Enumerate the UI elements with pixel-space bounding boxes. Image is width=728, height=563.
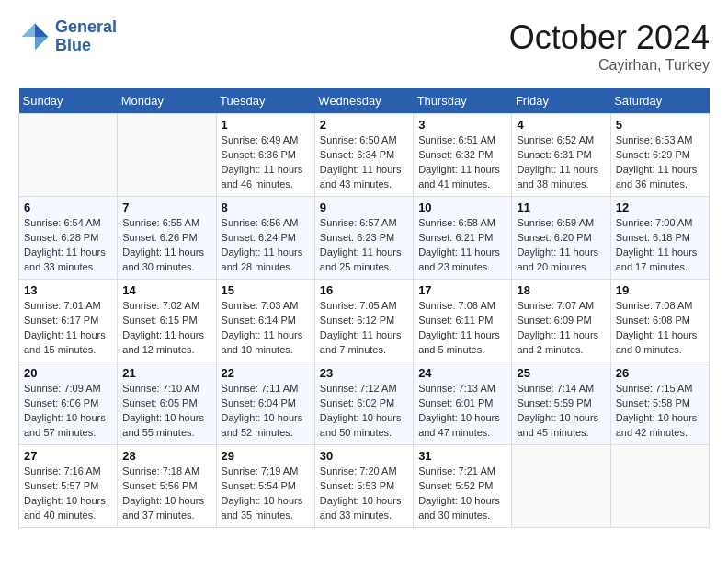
calendar-cell: 1Sunrise: 6:49 AM Sunset: 6:36 PM Daylig… [216, 114, 314, 197]
day-number: 8 [222, 201, 310, 214]
calendar-cell: 12Sunrise: 7:00 AM Sunset: 6:18 PM Dayli… [610, 197, 709, 280]
day-number: 31 [418, 449, 506, 463]
day-info: Sunrise: 7:14 AM Sunset: 5:59 PM Dayligh… [517, 382, 605, 441]
day-info: Sunrise: 6:59 AM Sunset: 6:20 PM Dayligh… [517, 216, 605, 275]
day-number: 11 [517, 201, 605, 214]
svg-marker-0 [35, 23, 48, 36]
logo-text: General Blue [55, 18, 117, 55]
calendar-cell: 23Sunrise: 7:12 AM Sunset: 6:02 PM Dayli… [314, 362, 413, 445]
calendar-cell: 13Sunrise: 7:01 AM Sunset: 6:17 PM Dayli… [19, 280, 118, 362]
calendar-cell: 19Sunrise: 7:08 AM Sunset: 6:08 PM Dayli… [610, 280, 709, 362]
day-number: 22 [222, 366, 310, 380]
calendar-cell: 25Sunrise: 7:14 AM Sunset: 5:59 PM Dayli… [512, 362, 610, 445]
calendar-table: SundayMondayTuesdayWednesdayThursdayFrid… [18, 88, 710, 528]
calendar-cell: 20Sunrise: 7:09 AM Sunset: 6:06 PM Dayli… [19, 362, 118, 445]
calendar-cell: 6Sunrise: 6:54 AM Sunset: 6:28 PM Daylig… [19, 197, 118, 280]
day-number: 30 [320, 449, 408, 463]
day-info: Sunrise: 6:57 AM Sunset: 6:23 PM Dayligh… [320, 216, 408, 275]
day-info: Sunrise: 7:10 AM Sunset: 6:05 PM Dayligh… [122, 382, 210, 441]
day-number: 23 [320, 366, 408, 380]
day-info: Sunrise: 7:06 AM Sunset: 6:11 PM Dayligh… [418, 299, 506, 358]
week-row-3: 13Sunrise: 7:01 AM Sunset: 6:17 PM Dayli… [19, 280, 710, 362]
weekday-header-sunday: Sunday [19, 88, 118, 114]
week-row-1: 1Sunrise: 6:49 AM Sunset: 6:36 PM Daylig… [19, 114, 710, 197]
calendar-cell: 2Sunrise: 6:50 AM Sunset: 6:34 PM Daylig… [314, 114, 413, 197]
day-info: Sunrise: 6:52 AM Sunset: 6:31 PM Dayligh… [517, 133, 605, 192]
day-info: Sunrise: 7:11 AM Sunset: 6:04 PM Dayligh… [222, 382, 310, 441]
day-number: 25 [517, 366, 605, 380]
day-number: 18 [517, 283, 605, 297]
calendar-cell: 5Sunrise: 6:53 AM Sunset: 6:29 PM Daylig… [610, 114, 709, 197]
day-info: Sunrise: 7:18 AM Sunset: 5:56 PM Dayligh… [122, 465, 210, 523]
weekday-header-row: SundayMondayTuesdayWednesdayThursdayFrid… [19, 88, 710, 114]
calendar-cell: 17Sunrise: 7:06 AM Sunset: 6:11 PM Dayli… [414, 280, 512, 362]
page-header: General Blue October 2024 Cayirhan, Turk… [18, 18, 710, 74]
day-number: 13 [24, 283, 112, 297]
day-number: 3 [418, 118, 506, 132]
day-number: 24 [418, 366, 506, 380]
day-info: Sunrise: 6:53 AM Sunset: 6:29 PM Dayligh… [616, 133, 704, 192]
svg-marker-2 [22, 23, 35, 36]
day-info: Sunrise: 6:56 AM Sunset: 6:24 PM Dayligh… [222, 216, 310, 275]
day-number: 21 [122, 366, 210, 380]
day-info: Sunrise: 7:16 AM Sunset: 5:57 PM Dayligh… [24, 465, 112, 523]
day-number: 7 [122, 201, 210, 214]
day-number: 26 [616, 366, 704, 380]
day-number: 6 [24, 201, 112, 214]
calendar-cell: 28Sunrise: 7:18 AM Sunset: 5:56 PM Dayli… [118, 445, 216, 528]
title-block: October 2024 Cayirhan, Turkey [509, 18, 710, 74]
logo-line2: Blue [55, 36, 91, 54]
weekday-header-monday: Monday [118, 88, 216, 114]
logo-line1: General [55, 17, 117, 36]
week-row-2: 6Sunrise: 6:54 AM Sunset: 6:28 PM Daylig… [19, 197, 710, 280]
logo-icon [18, 20, 51, 53]
calendar-cell: 14Sunrise: 7:02 AM Sunset: 6:15 PM Dayli… [118, 280, 216, 362]
weekday-header-friday: Friday [512, 88, 610, 114]
week-row-4: 20Sunrise: 7:09 AM Sunset: 6:06 PM Dayli… [19, 362, 710, 445]
day-number: 4 [517, 118, 605, 132]
day-info: Sunrise: 6:51 AM Sunset: 6:32 PM Dayligh… [418, 133, 506, 192]
day-number: 5 [616, 118, 704, 132]
day-info: Sunrise: 6:55 AM Sunset: 6:26 PM Dayligh… [122, 216, 210, 275]
calendar-cell: 9Sunrise: 6:57 AM Sunset: 6:23 PM Daylig… [314, 197, 413, 280]
calendar-cell [512, 445, 610, 528]
day-number: 1 [222, 118, 310, 132]
day-info: Sunrise: 7:19 AM Sunset: 5:54 PM Dayligh… [222, 465, 310, 523]
calendar-cell: 15Sunrise: 7:03 AM Sunset: 6:14 PM Dayli… [216, 280, 314, 362]
calendar-cell: 29Sunrise: 7:19 AM Sunset: 5:54 PM Dayli… [216, 445, 314, 528]
calendar-cell: 4Sunrise: 6:52 AM Sunset: 6:31 PM Daylig… [512, 114, 610, 197]
day-info: Sunrise: 7:01 AM Sunset: 6:17 PM Dayligh… [24, 299, 112, 358]
day-number: 16 [320, 283, 408, 297]
day-info: Sunrise: 7:02 AM Sunset: 6:15 PM Dayligh… [122, 299, 210, 358]
day-info: Sunrise: 7:00 AM Sunset: 6:18 PM Dayligh… [616, 216, 704, 275]
day-number: 28 [122, 449, 210, 463]
weekday-header-thursday: Thursday [414, 88, 512, 114]
calendar-cell: 18Sunrise: 7:07 AM Sunset: 6:09 PM Dayli… [512, 280, 610, 362]
day-info: Sunrise: 7:20 AM Sunset: 5:53 PM Dayligh… [320, 465, 408, 523]
calendar-cell: 3Sunrise: 6:51 AM Sunset: 6:32 PM Daylig… [414, 114, 512, 197]
day-info: Sunrise: 7:07 AM Sunset: 6:09 PM Dayligh… [517, 299, 605, 358]
week-row-5: 27Sunrise: 7:16 AM Sunset: 5:57 PM Dayli… [19, 445, 710, 528]
weekday-header-tuesday: Tuesday [216, 88, 314, 114]
calendar-cell [19, 114, 118, 197]
logo: General Blue [18, 18, 117, 55]
calendar-cell: 27Sunrise: 7:16 AM Sunset: 5:57 PM Dayli… [19, 445, 118, 528]
day-number: 9 [320, 201, 408, 214]
calendar-cell: 30Sunrise: 7:20 AM Sunset: 5:53 PM Dayli… [314, 445, 413, 528]
calendar-cell: 16Sunrise: 7:05 AM Sunset: 6:12 PM Dayli… [314, 280, 413, 362]
calendar-cell: 31Sunrise: 7:21 AM Sunset: 5:52 PM Dayli… [414, 445, 512, 528]
day-number: 27 [24, 449, 112, 463]
day-info: Sunrise: 6:49 AM Sunset: 6:36 PM Dayligh… [222, 133, 310, 192]
day-info: Sunrise: 7:03 AM Sunset: 6:14 PM Dayligh… [222, 299, 310, 358]
day-info: Sunrise: 7:15 AM Sunset: 5:58 PM Dayligh… [616, 382, 704, 441]
day-number: 17 [418, 283, 506, 297]
day-info: Sunrise: 6:58 AM Sunset: 6:21 PM Dayligh… [418, 216, 506, 275]
svg-marker-1 [35, 37, 48, 50]
calendar-cell: 24Sunrise: 7:13 AM Sunset: 6:01 PM Dayli… [414, 362, 512, 445]
calendar-cell: 11Sunrise: 6:59 AM Sunset: 6:20 PM Dayli… [512, 197, 610, 280]
day-info: Sunrise: 6:50 AM Sunset: 6:34 PM Dayligh… [320, 133, 408, 192]
month-title: October 2024 [509, 18, 710, 57]
day-number: 2 [320, 118, 408, 132]
calendar-cell [118, 114, 216, 197]
day-number: 29 [222, 449, 310, 463]
